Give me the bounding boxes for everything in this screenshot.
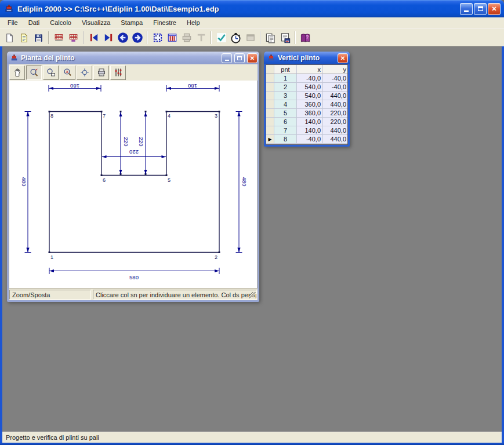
help-book-icon: ? xyxy=(300,32,311,43)
cell-pnt[interactable]: 7 xyxy=(274,126,297,135)
menu-file[interactable]: File xyxy=(2,18,23,27)
minimize-button[interactable] xyxy=(460,3,473,15)
column-header-x[interactable]: x xyxy=(297,65,323,74)
menubar: File Dati Calcolo Visualizza Stampa Fine… xyxy=(0,17,504,28)
cell-x[interactable]: 140,0 xyxy=(297,118,323,126)
copy-pages-button[interactable] xyxy=(263,31,278,45)
zoom-pointer-button[interactable] xyxy=(26,65,42,80)
help-book-button[interactable]: ? xyxy=(298,31,313,45)
rows-insert-button[interactable] xyxy=(52,31,66,45)
plan-drawing-canvas[interactable]: 180 180 480 xyxy=(9,81,258,289)
center-view-button[interactable] xyxy=(77,65,92,80)
cell-pnt[interactable]: 4 xyxy=(274,100,297,109)
toolbar-separator xyxy=(48,31,49,44)
cell-y[interactable]: 440,0 xyxy=(323,100,348,109)
vertices-titlebar[interactable]: Vertici plinto ✕ xyxy=(264,52,350,64)
cell-x[interactable]: 140,0 xyxy=(297,126,323,135)
plinth-plan-button[interactable] xyxy=(150,31,165,45)
cell-y[interactable]: 440,0 xyxy=(323,135,348,144)
vertices-window: Vertici plinto ✕ pnt x y 1 -40,0 -40,0 2… xyxy=(264,52,350,147)
vertices-close-button[interactable]: ✕ xyxy=(338,53,348,63)
display-options-button[interactable] xyxy=(110,65,126,80)
cell-y[interactable]: -40,0 xyxy=(323,83,348,92)
minimize-icon xyxy=(464,10,469,12)
maximize-button[interactable] xyxy=(474,3,487,15)
export-pages-icon xyxy=(280,32,291,43)
cell-y[interactable]: -40,0 xyxy=(323,74,348,83)
cell-y[interactable]: 440,0 xyxy=(323,92,348,100)
vertex-label-4: 4 xyxy=(168,113,171,119)
toolbar-separator xyxy=(147,31,148,44)
dim-left: 480 xyxy=(21,177,27,187)
row-selector[interactable] xyxy=(266,83,274,92)
export-pages-button[interactable] xyxy=(278,31,292,45)
row-selector[interactable] xyxy=(266,118,274,126)
results-disabled-icon xyxy=(245,32,256,43)
menu-calcolo[interactable]: Calcolo xyxy=(45,18,77,27)
zoom-window-button[interactable] xyxy=(43,65,59,80)
check-icon xyxy=(216,32,227,43)
maximize-icon xyxy=(478,6,483,11)
cell-pnt[interactable]: 8 xyxy=(274,135,297,144)
cell-x[interactable]: 360,0 xyxy=(297,100,323,109)
main-titlebar[interactable]: Ediplin 2000 >> C:\Src++\Ediplin 1.00\Da… xyxy=(0,0,504,17)
save-button[interactable] xyxy=(31,31,46,45)
plan-minimize-button[interactable] xyxy=(222,53,232,63)
row-selector[interactable] xyxy=(266,100,274,109)
plinth-plan-drawing: 180 180 480 xyxy=(9,81,257,288)
menu-stampa[interactable]: Stampa xyxy=(115,18,148,27)
zoom-all-button[interactable]: a xyxy=(60,65,75,80)
dim-notch-h: 220 xyxy=(129,149,139,155)
plan-close-button[interactable]: ✕ xyxy=(247,53,258,63)
menu-visualizza[interactable]: Visualizza xyxy=(77,18,115,27)
plan-maximize-button[interactable] xyxy=(234,53,245,63)
cell-x[interactable]: 360,0 xyxy=(297,109,323,118)
cell-y[interactable]: 220,0 xyxy=(323,109,348,118)
window-title: Ediplin 2000 >> C:\Src++\Ediplin 1.00\Da… xyxy=(17,5,456,13)
pan-hand-button[interactable] xyxy=(9,65,25,80)
rows-append-button[interactable] xyxy=(66,31,81,45)
cell-x[interactable]: 540,0 xyxy=(297,92,323,100)
plan-titlebar[interactable]: Pianta del plinto ✕ xyxy=(7,52,259,64)
cell-pnt[interactable]: 1 xyxy=(274,74,297,83)
verify-check-button[interactable] xyxy=(214,31,229,45)
menu-help[interactable]: Help xyxy=(182,18,205,27)
dim-notch-v2: 220 xyxy=(138,137,144,147)
last-record-button[interactable] xyxy=(101,31,115,45)
cell-pnt[interactable]: 5 xyxy=(274,109,297,118)
row-selector[interactable] xyxy=(266,92,274,100)
column-header-y[interactable]: y xyxy=(323,65,348,74)
cell-y[interactable]: 220,0 xyxy=(323,118,348,126)
row-selector[interactable] xyxy=(266,74,274,83)
plan-window-icon xyxy=(10,54,19,62)
cell-x[interactable]: 540,0 xyxy=(297,83,323,92)
previous-view-button[interactable] xyxy=(115,31,130,45)
ediplin-main-window: Ediplin 2000 >> C:\Src++\Ediplin 1.00\Da… xyxy=(0,0,504,445)
cell-y[interactable]: 440,0 xyxy=(323,126,348,135)
menu-finestre[interactable]: Finestre xyxy=(148,18,182,27)
calculate-clock-button[interactable] xyxy=(229,31,243,45)
table-corner-cell xyxy=(266,65,274,74)
open-document-button[interactable] xyxy=(17,31,31,45)
first-record-button[interactable] xyxy=(86,31,101,45)
print-drawing-button[interactable] xyxy=(93,65,109,80)
cell-pnt[interactable]: 6 xyxy=(274,118,297,126)
reinforcement-table-button[interactable] xyxy=(165,31,179,45)
new-document-button[interactable] xyxy=(2,31,17,45)
close-button[interactable]: ✕ xyxy=(488,3,501,15)
dim-notch-v1: 220 xyxy=(123,137,129,147)
resize-grip[interactable] xyxy=(249,292,256,298)
cell-x[interactable]: -40,0 xyxy=(297,74,323,83)
row-selector[interactable] xyxy=(266,109,274,118)
vertex-label-1: 1 xyxy=(50,254,53,260)
cell-pnt[interactable]: 2 xyxy=(274,83,297,92)
main-toolbar: ? xyxy=(0,28,504,46)
next-view-button[interactable] xyxy=(130,31,144,45)
menu-dati[interactable]: Dati xyxy=(23,18,45,27)
row-selector[interactable] xyxy=(266,126,274,135)
zoom-all-icon: a xyxy=(63,68,72,77)
cell-x[interactable]: -40,0 xyxy=(297,135,323,144)
cell-pnt[interactable]: 3 xyxy=(274,92,297,100)
column-header-pnt[interactable]: pnt xyxy=(274,65,297,74)
active-row-marker[interactable]: ▶ xyxy=(266,135,274,144)
